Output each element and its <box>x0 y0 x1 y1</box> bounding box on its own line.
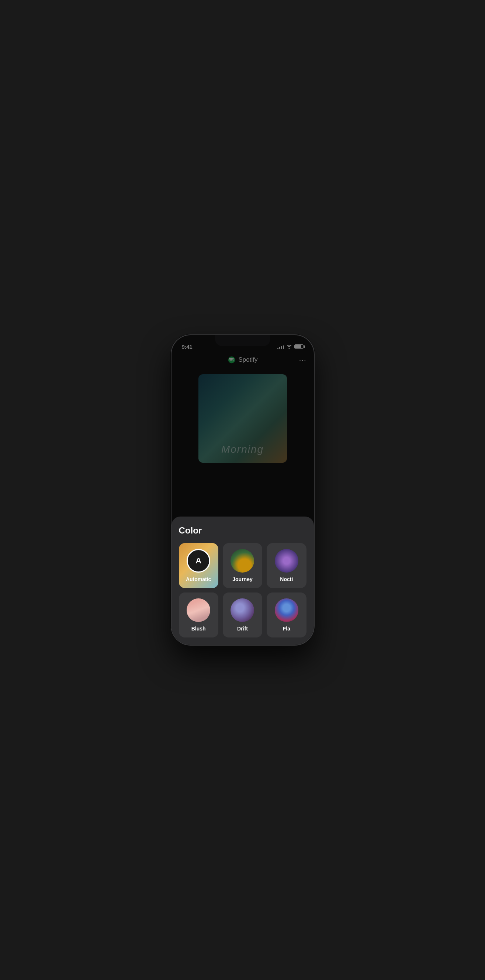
color-label-nocti: Nocti <box>280 576 293 582</box>
blush-thumb <box>187 598 210 622</box>
flame-thumb <box>275 598 298 622</box>
automatic-icon: A <box>187 549 210 573</box>
color-item-drift[interactable]: Drift <box>223 592 262 638</box>
color-grid: A Automatic Journey Nocti Blush <box>179 543 306 638</box>
color-item-automatic[interactable]: A Automatic <box>179 543 219 588</box>
drift-thumb <box>231 598 254 622</box>
color-label-blush: Blush <box>191 626 206 632</box>
journey-thumb <box>231 549 254 573</box>
color-label-flame: Fla <box>283 626 290 632</box>
color-label-automatic: Automatic <box>186 576 211 582</box>
color-label-drift: Drift <box>237 626 248 632</box>
color-item-journey[interactable]: Journey <box>223 543 262 588</box>
nocti-thumb <box>275 549 298 573</box>
phone-shell: 9:41 <box>171 334 314 646</box>
color-item-nocti[interactable]: Nocti <box>266 543 306 588</box>
color-modal: Color A Automatic Journey Nocti <box>172 517 314 645</box>
color-label-journey: Journey <box>232 576 252 582</box>
color-item-flame[interactable]: Fla <box>266 592 306 638</box>
screen: 9:41 <box>172 335 314 645</box>
color-modal-title: Color <box>179 525 306 536</box>
color-item-blush[interactable]: Blush <box>179 592 219 638</box>
